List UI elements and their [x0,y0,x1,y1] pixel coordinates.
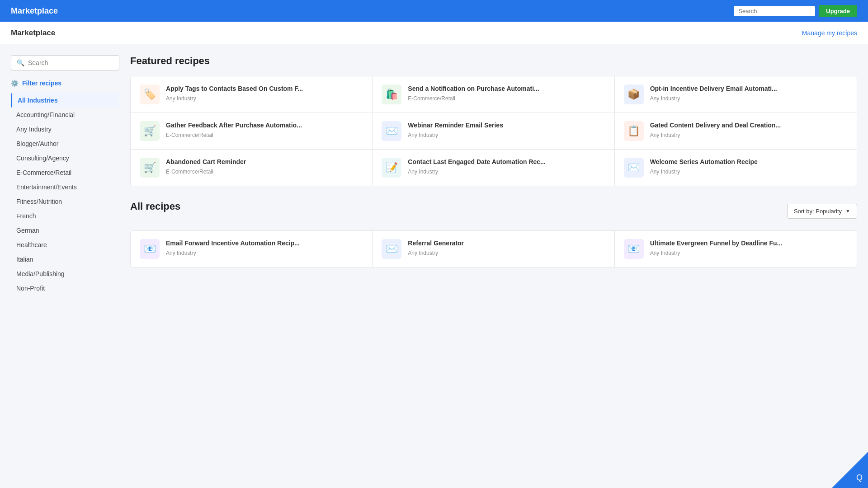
recipe-card[interactable]: ✉️ Welcome Series Automation Recipe Any … [615,150,857,186]
sidebar-item-german[interactable]: German [11,223,119,238]
sidebar-scroll: All IndustriesAccounting/FinancialAny In… [11,93,119,296]
recipe-icon: 📋 [624,121,644,141]
sidebar-item-healthcare[interactable]: Healthcare [11,238,119,252]
sidebar-item-french[interactable]: French [11,209,119,223]
filter-label: Filter recipes [22,80,61,87]
sort-label: Sort by: Popularity [794,208,842,215]
sidebar-item-fitness[interactable]: Fitness/Nutrition [11,194,119,209]
all-recipes-header: All recipes Sort by: Popularity ▼ [130,201,857,221]
recipe-info: Gated Content Delivery and Deal Creation… [650,121,848,138]
page-body: 🔍 ⚙️ Filter recipes All IndustriesAccoun… [0,44,868,488]
sidebar-item-all-industries[interactable]: All Industries [11,93,119,108]
recipe-info: Webinar Reminder Email Series Any Indust… [408,121,605,138]
chevron-down-icon: ▼ [845,208,850,214]
recipe-info: Referral Generator Any Industry [408,239,605,256]
app-title: Marketplace [11,6,58,16]
recipe-name: Gated Content Delivery and Deal Creation… [650,121,848,130]
sidebar-item-nonprofit[interactable]: Non-Profit [11,281,119,296]
recipe-card[interactable]: 🛍️ Send a Notification on Purchase Autom… [373,76,614,113]
search-input[interactable] [28,59,113,66]
top-bar-left: Marketplace [11,6,58,16]
industry-list: All IndustriesAccounting/FinancialAny In… [11,93,119,296]
recipe-icon: 🛍️ [382,84,401,104]
sidebar-item-italian[interactable]: Italian [11,252,119,267]
recipe-info: Welcome Series Automation Recipe Any Ind… [650,158,848,175]
filter-header: ⚙️ Filter recipes [11,80,119,87]
all-recipes-title: All recipes [130,201,180,212]
recipe-card[interactable]: 🏷️ Apply Tags to Contacts Based On Custo… [131,76,373,113]
recipe-industry: Any Industry [650,132,848,138]
sidebar: 🔍 ⚙️ Filter recipes All IndustriesAccoun… [11,55,119,477]
top-bar-right: Upgrade [734,5,857,17]
recipe-info: Email Forward Incentive Automation Recip… [166,239,363,256]
recipe-name: Send a Notification on Purchase Automati… [408,84,605,94]
featured-title: Featured recipes [130,55,857,67]
recipe-icon: ✉️ [382,121,401,141]
search-icon: 🔍 [17,59,24,66]
recipe-card[interactable]: 📧 Email Forward Incentive Automation Rec… [131,231,373,267]
recipe-card[interactable]: ✉️ Referral Generator Any Industry [373,231,614,267]
recipe-name: Apply Tags to Contacts Based On Custom F… [166,84,363,94]
recipe-industry: Any Industry [408,250,605,256]
recipe-info: Contact Last Engaged Date Automation Rec… [408,158,605,175]
recipe-name: Gather Feedback After Purchase Automatio… [166,121,363,130]
all-recipes-grid: 📧 Email Forward Incentive Automation Rec… [130,230,857,267]
search-box[interactable]: 🔍 [11,55,119,70]
recipe-industry: Any Industry [650,250,848,256]
top-search-input[interactable] [734,6,815,16]
recipe-name: Referral Generator [408,239,605,248]
recipe-card[interactable]: 📋 Gated Content Delivery and Deal Creati… [615,113,857,150]
top-bar: Marketplace Upgrade [0,0,868,22]
recipe-info: Ultimate Evergreen Funnel by Deadline Fu… [650,239,848,256]
manage-recipes-link[interactable]: Manage my recipes [802,29,857,37]
recipe-icon: 📧 [140,239,160,259]
recipe-card[interactable]: 🛒 Abandoned Cart Reminder E-Commerce/Ret… [131,150,373,186]
recipe-industry: Any Industry [408,169,605,175]
recipe-name: Welcome Series Automation Recipe [650,158,848,167]
recipe-name: Ultimate Evergreen Funnel by Deadline Fu… [650,239,848,248]
sidebar-item-any-industry[interactable]: Any Industry [11,122,119,136]
sidebar-item-entertainment[interactable]: Entertainment/Events [11,180,119,194]
badge-icon: Q [856,473,863,483]
recipe-card[interactable]: 📧 Ultimate Evergreen Funnel by Deadline … [615,231,857,267]
recipe-industry: E-Commerce/Retail [408,95,605,102]
recipe-icon: ✉️ [624,158,644,178]
recipe-industry: Any Industry [408,132,605,138]
recipe-info: Abandoned Cart Reminder E-Commerce/Retai… [166,158,363,175]
recipe-name: Email Forward Incentive Automation Recip… [166,239,363,248]
recipe-industry: Any Industry [650,95,848,102]
featured-recipes-grid: 🏷️ Apply Tags to Contacts Based On Custo… [130,76,857,186]
upgrade-button[interactable]: Upgrade [819,5,857,17]
sidebar-item-accounting[interactable]: Accounting/Financial [11,108,119,122]
recipe-industry: Any Industry [650,169,848,175]
recipe-info: Send a Notification on Purchase Automati… [408,84,605,102]
recipe-industry: Any Industry [166,250,363,256]
recipe-industry: Any Industry [166,95,363,102]
recipe-card[interactable]: 🛒 Gather Feedback After Purchase Automat… [131,113,373,150]
sidebar-item-consulting[interactable]: Consulting/Agency [11,151,119,165]
sidebar-item-ecommerce[interactable]: E-Commerce/Retail [11,165,119,180]
recipe-card[interactable]: ✉️ Webinar Reminder Email Series Any Ind… [373,113,614,150]
main-content: Featured recipes 🏷️ Apply Tags to Contac… [130,55,857,477]
recipe-info: Opt-in Incentive Delivery Email Automati… [650,84,848,102]
recipe-icon: 🛒 [140,158,160,178]
recipe-icon: 🛒 [140,121,160,141]
marketplace-bar: Marketplace Manage my recipes [0,22,868,44]
recipe-icon: 🏷️ [140,84,160,104]
sort-dropdown[interactable]: Sort by: Popularity ▼ [787,204,857,219]
recipe-info: Apply Tags to Contacts Based On Custom F… [166,84,363,102]
recipe-card[interactable]: 📝 Contact Last Engaged Date Automation R… [373,150,614,186]
recipe-icon: 📦 [624,84,644,104]
recipe-icon: 📝 [382,158,401,178]
marketplace-title: Marketplace [11,28,55,38]
sidebar-item-blogger[interactable]: Blogger/Author [11,136,119,151]
recipe-icon: ✉️ [382,239,401,259]
recipe-name: Webinar Reminder Email Series [408,121,605,130]
recipe-card[interactable]: 📦 Opt-in Incentive Delivery Email Automa… [615,76,857,113]
recipe-name: Opt-in Incentive Delivery Email Automati… [650,84,848,94]
recipe-industry: E-Commerce/Retail [166,132,363,138]
recipe-industry: E-Commerce/Retail [166,169,363,175]
sidebar-item-media[interactable]: Media/Publishing [11,267,119,281]
recipe-icon: 📧 [624,239,644,259]
recipe-name: Contact Last Engaged Date Automation Rec… [408,158,605,167]
